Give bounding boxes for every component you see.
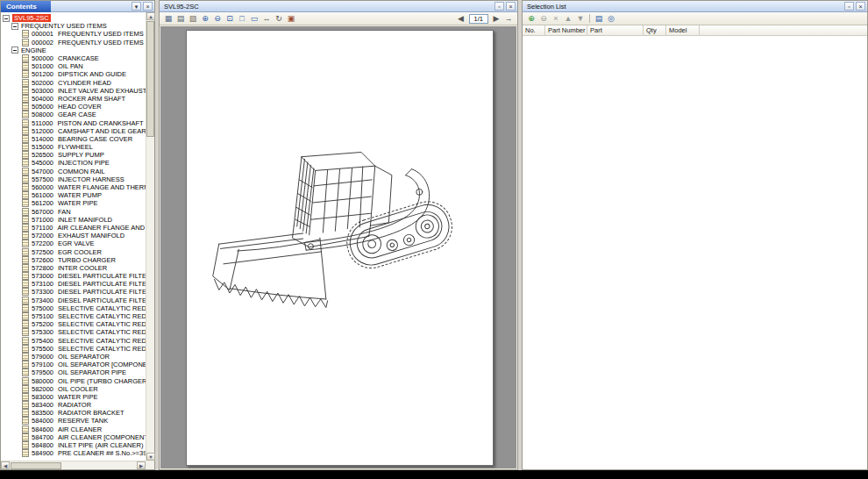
print-icon[interactable]: ▤ (174, 13, 187, 25)
tree-item[interactable]: 560000WATER FLANGE AND THERMOST (1, 183, 146, 191)
rotate-icon[interactable]: ↻ (273, 13, 285, 25)
tree-item[interactable]: 508000GEAR CASE (1, 111, 146, 118)
pan-icon[interactable]: ↔ (260, 13, 273, 25)
tree-item[interactable]: 575300SELECTIVE CATALYTIC REDUCT (1, 328, 146, 336)
tree-item[interactable]: 573100DIESEL PARTICULATE FILTER M (1, 280, 146, 288)
export-icon[interactable]: ▤ (593, 13, 605, 25)
tree-item[interactable]: 561200WATER PIPE (1, 199, 146, 207)
tree-item[interactable]: 575000SELECTIVE CATALYTIC REDUCT (1, 304, 146, 312)
tree-item[interactable]: 501200DIPSTICK AND GUIDE (1, 70, 146, 78)
tree-item[interactable]: 584800INLET PIPE (AIR CLEANER) (1, 441, 146, 449)
scroll-up-icon[interactable]: ▲ (146, 12, 155, 20)
tree-item[interactable]: 583000WATER PIPE (1, 393, 146, 401)
expander-icon[interactable] (11, 46, 18, 54)
tree-item[interactable]: 584900PRE CLEANER ## S.No.>=3922 (1, 449, 146, 457)
tree-item[interactable]: 526500SUPPLY PUMP (1, 151, 146, 159)
tree-item[interactable]: 575200SELECTIVE CATALYTIC REDUCT (1, 320, 146, 328)
fit-width-icon[interactable]: ▭ (248, 13, 260, 25)
diagram-tab-title[interactable]: SVL95-2SC (160, 3, 199, 11)
close-icon[interactable]: × (143, 2, 153, 11)
tree-item[interactable]: 561000WATER PUMP (1, 191, 146, 199)
contents-vertical-scrollbar[interactable]: ▲ ▼ (146, 12, 154, 461)
tree-item[interactable]: 502000CYLINDER HEAD (1, 79, 146, 87)
tree-item[interactable]: 511000PISTON AND CRANKSHAFT (1, 118, 146, 126)
column-header-qty[interactable]: Qty (644, 25, 666, 35)
go-page-icon[interactable]: → (502, 13, 515, 25)
column-header-no[interactable]: No. (523, 25, 545, 35)
contents-tab[interactable]: Contents (1, 1, 51, 12)
tree-item[interactable]: 575500SELECTIVE CATALYTIC REDUCT (1, 345, 146, 353)
tree-item[interactable]: 573400DIESEL PARTICULATE FILTER D (1, 297, 146, 304)
tree-item[interactable]: 584700AIR CLEANER [COMPONENT PAR (1, 433, 146, 441)
pin-icon[interactable]: ▫ (844, 2, 854, 11)
tree-item[interactable]: 584600AIR CLEANER (1, 425, 146, 433)
tree-item[interactable]: 000002FREQUENTLY USED ITEMS (1, 39, 146, 46)
prev-page-icon[interactable]: ◀ (455, 13, 467, 25)
tree-item[interactable]: 579100OIL SEPARATOR [COMPONENT P (1, 361, 146, 368)
scroll-right-icon[interactable]: ▶ (137, 461, 146, 469)
tree-item[interactable]: 575400SELECTIVE CATALYTIC REDUCT (1, 337, 146, 345)
tree-item[interactable]: 557500INJECTOR HARNESS (1, 175, 146, 183)
tree-item[interactable]: 501000OIL PAN (1, 62, 146, 70)
tree-item[interactable]: 500000CRANKCASE (1, 54, 146, 62)
tree-item[interactable]: 572200EGR VALVE (1, 240, 146, 247)
tree-item[interactable]: 572500EGR COOLER (1, 247, 146, 255)
tree-item[interactable]: 575100SELECTIVE CATALYTIC REDUCT (1, 312, 146, 320)
tree-item[interactable]: 584000RESERVE TANK (1, 417, 146, 425)
next-page-icon[interactable]: ▶ (490, 13, 502, 25)
fit-page-icon[interactable]: □ (236, 13, 248, 25)
tree-item[interactable]: 583500RADIATOR BRACKET (1, 409, 146, 417)
zoom-area-icon[interactable]: ⊡ (224, 13, 236, 25)
dropdown-icon[interactable]: ▾ (132, 2, 141, 11)
tree-item[interactable]: 503000INLET VALVE AND EXHAUST VAL (1, 87, 146, 95)
tree-item[interactable]: 571100AIR CLEANER FLANGE AND THR (1, 224, 146, 232)
hotspot-icon[interactable]: ▣ (285, 13, 297, 25)
move-up-icon[interactable]: ▲ (562, 13, 574, 25)
tree-item[interactable]: 547000COMMON RAIL (1, 168, 146, 175)
tree-item[interactable]: 572600TURBO CHARGER (1, 256, 146, 264)
export-icon[interactable]: ▧ (187, 13, 199, 25)
vertical-scrollbar-thumb[interactable] (146, 21, 154, 137)
tree-item[interactable]: 512000CAMSHAFT AND IDLE GEAR SHA (1, 127, 146, 135)
scroll-left-icon[interactable]: ◀ (1, 461, 10, 469)
search-icon[interactable]: ◎ (605, 13, 617, 25)
contents-horizontal-scrollbar[interactable]: ◀ ▶ (1, 461, 146, 469)
scroll-down-icon[interactable]: ▼ (146, 453, 155, 461)
tree-item[interactable]: 572000EXHAUST MANIFOLD (1, 232, 146, 240)
close-icon[interactable]: × (506, 2, 516, 11)
move-down-icon[interactable]: ▼ (574, 13, 587, 25)
tree-item[interactable]: 573000DIESEL PARTICULATE FILTER M (1, 272, 146, 280)
delete-icon[interactable]: × (550, 13, 562, 25)
tree-item[interactable]: 000001FREQUENTLY USED ITEMS (1, 30, 146, 38)
tree-item[interactable]: 545000INJECTION PIPE (1, 159, 146, 167)
tree-item[interactable]: SVL95-2SC (1, 14, 146, 22)
column-header-part[interactable]: Part (587, 25, 644, 35)
selection-table-body[interactable] (523, 37, 866, 468)
tree-item[interactable]: 515000FLYWHEEL (1, 143, 146, 151)
tree-item[interactable]: 514000BEARING CASE COVER (1, 135, 146, 143)
save-icon[interactable]: ▦ (162, 13, 174, 25)
tree-item[interactable]: 580000OIL PIPE (TURBO CHARGER) (1, 376, 146, 384)
add-icon[interactable]: ⊕ (525, 13, 537, 25)
horizontal-scrollbar-thumb[interactable] (11, 462, 61, 469)
remove-icon[interactable]: ⊖ (537, 13, 550, 25)
expander-icon[interactable] (3, 15, 10, 22)
expander-icon[interactable] (11, 23, 18, 30)
column-header-model[interactable]: Model (666, 25, 700, 35)
tree-item[interactable]: 505000HEAD COVER (1, 103, 146, 111)
tree-item[interactable]: 573300DIESEL PARTICULATE FILTER M (1, 288, 146, 296)
tree-item[interactable]: 571000INLET MANIFOLD (1, 216, 146, 224)
tree-item[interactable]: 579500OIL SEPARATOR PIPE (1, 368, 146, 376)
close-icon[interactable]: × (856, 2, 865, 11)
tree-item[interactable]: 582000OIL COOLER (1, 385, 146, 393)
column-header-partnumber[interactable]: Part Number (545, 25, 587, 35)
tree-item[interactable]: FREQUENTLY USED ITEMS (1, 22, 146, 30)
diagram-page[interactable] (186, 30, 494, 466)
tree-item[interactable]: 567000FAN (1, 208, 146, 216)
tree-item[interactable]: ENGINE (1, 46, 146, 54)
pin-icon[interactable]: ▫ (494, 2, 504, 11)
tree-item[interactable]: 504000ROCKER ARM SHAFT (1, 95, 146, 103)
tree-item[interactable]: 583400RADIATOR (1, 401, 146, 409)
zoom-in-icon[interactable]: ⊕ (199, 13, 211, 25)
tree-item[interactable]: 572800INTER COOLER (1, 264, 146, 272)
